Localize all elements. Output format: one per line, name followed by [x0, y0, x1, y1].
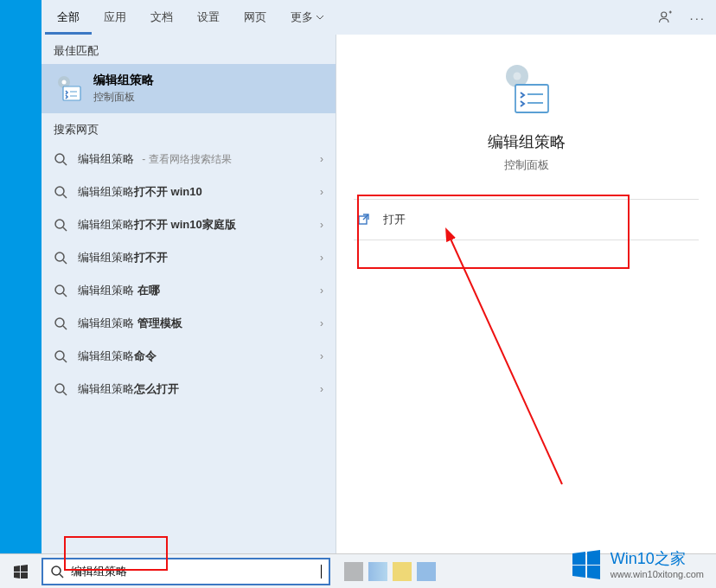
svg-line-21 — [63, 392, 67, 395]
search-web-label: 搜索网页 — [42, 113, 336, 143]
tab-apps[interactable]: 应用 — [92, 0, 138, 35]
open-icon — [357, 213, 371, 227]
start-button[interactable] — [0, 554, 42, 589]
search-icon — [54, 251, 67, 265]
watermark-url: www.win10xitong.com — [611, 569, 704, 579]
web-result-text: 编辑组策略命令 — [78, 348, 320, 364]
watermark: Win10之家 www.win10xitong.com — [571, 548, 704, 579]
web-result-text: 编辑组策略打不开 — [78, 250, 320, 265]
tab-all[interactable]: 全部 — [45, 0, 92, 35]
open-label: 打开 — [383, 212, 406, 227]
filter-tabs: 全部 应用 文档 设置 网页 更多 ··· — [42, 0, 716, 35]
detail-subtitle: 控制面板 — [336, 157, 716, 173]
search-icon — [54, 382, 67, 396]
web-result-text: 编辑组策略打不开 win10家庭版 — [78, 217, 320, 233]
search-icon — [50, 565, 64, 578]
svg-point-29 — [52, 566, 61, 575]
svg-point-2 — [62, 80, 67, 84]
chevron-down-icon — [316, 16, 323, 20]
svg-point-20 — [55, 384, 64, 393]
windows-logo-icon — [14, 565, 28, 578]
tab-settings[interactable]: 设置 — [185, 0, 232, 35]
svg-line-19 — [63, 359, 67, 362]
web-result-text: 编辑组策略怎么打开 — [78, 381, 320, 397]
svg-point-6 — [55, 154, 64, 163]
best-match-subtitle: 控制面板 — [93, 90, 154, 105]
chevron-right-icon: › — [320, 186, 323, 198]
web-result-item[interactable]: 编辑组策略命令› — [42, 340, 336, 373]
web-results-list: 编辑组策略 - 查看网络搜索结果›编辑组策略打不开 win10›编辑组策略打不开… — [42, 143, 336, 406]
svg-point-14 — [55, 285, 64, 294]
svg-point-0 — [662, 12, 667, 17]
svg-point-10 — [55, 220, 64, 228]
svg-line-9 — [63, 195, 67, 198]
chevron-right-icon: › — [320, 219, 323, 231]
web-result-item[interactable]: 编辑组策略 - 查看网络搜索结果› — [42, 143, 336, 176]
svg-point-18 — [55, 351, 64, 360]
chevron-right-icon: › — [320, 383, 323, 395]
search-input-text: 编辑组策略 — [71, 564, 321, 579]
svg-line-30 — [60, 574, 63, 578]
detail-title: 编辑组策略 — [336, 131, 716, 152]
search-panel: 全部 应用 文档 设置 网页 更多 ··· 最佳匹配 — [42, 0, 716, 553]
web-result-item[interactable]: 编辑组策略 在哪› — [42, 274, 336, 307]
search-icon — [54, 152, 67, 166]
taskbar-search-box[interactable]: 编辑组策略 — [42, 558, 330, 585]
best-match-result[interactable]: 编辑组策略 控制面板 — [42, 64, 336, 113]
web-result-item[interactable]: 编辑组策略打不开 win10› — [42, 176, 336, 208]
chevron-right-icon: › — [320, 350, 323, 362]
svg-line-7 — [63, 162, 67, 165]
tab-more[interactable]: 更多 — [278, 0, 336, 35]
svg-rect-24 — [515, 85, 548, 112]
svg-line-11 — [63, 227, 67, 231]
desktop-background-strip — [0, 0, 42, 553]
web-result-text: 编辑组策略 在哪 — [78, 283, 320, 298]
search-icon — [54, 185, 67, 199]
gpedit-icon — [54, 74, 85, 105]
svg-point-12 — [55, 252, 64, 261]
search-icon — [54, 349, 67, 363]
more-options-icon[interactable]: ··· — [689, 10, 706, 25]
best-match-title: 编辑组策略 — [93, 73, 154, 88]
tab-web[interactable]: 网页 — [232, 0, 278, 35]
search-icon — [54, 316, 67, 330]
svg-line-15 — [63, 293, 67, 297]
detail-gpedit-icon — [496, 61, 557, 121]
tab-docs[interactable]: 文档 — [138, 0, 185, 35]
svg-line-13 — [63, 260, 67, 264]
web-result-item[interactable]: 编辑组策略打不开› — [42, 241, 336, 274]
web-result-hint: - 查看网络搜索结果 — [139, 153, 232, 165]
web-result-item[interactable]: 编辑组策略 管理模板› — [42, 307, 336, 340]
watermark-logo-icon — [571, 548, 602, 579]
chevron-right-icon: › — [320, 252, 323, 264]
feedback-icon[interactable] — [658, 10, 674, 25]
svg-point-8 — [55, 187, 64, 195]
best-match-label: 最佳匹配 — [42, 35, 336, 64]
web-result-text: 编辑组策略打不开 win10 — [78, 184, 320, 200]
watermark-brand: Win10之家 — [611, 548, 704, 569]
chevron-right-icon: › — [320, 284, 323, 297]
detail-pane: 编辑组策略 控制面板 打开 — [336, 35, 716, 240]
search-icon — [54, 218, 67, 232]
search-icon — [54, 284, 67, 297]
open-action[interactable]: 打开 — [336, 200, 716, 240]
web-result-item[interactable]: 编辑组策略怎么打开› — [42, 373, 336, 406]
chevron-right-icon: › — [320, 317, 323, 329]
svg-point-16 — [55, 318, 64, 327]
web-result-item[interactable]: 编辑组策略打不开 win10家庭版› — [42, 208, 336, 241]
svg-line-17 — [63, 326, 67, 329]
taskbar-pinned-icons — [344, 562, 436, 581]
chevron-right-icon: › — [320, 153, 323, 165]
web-result-text: 编辑组策略 管理模板 — [78, 316, 320, 331]
web-result-text: 编辑组策略 - 查看网络搜索结果 — [78, 151, 320, 167]
